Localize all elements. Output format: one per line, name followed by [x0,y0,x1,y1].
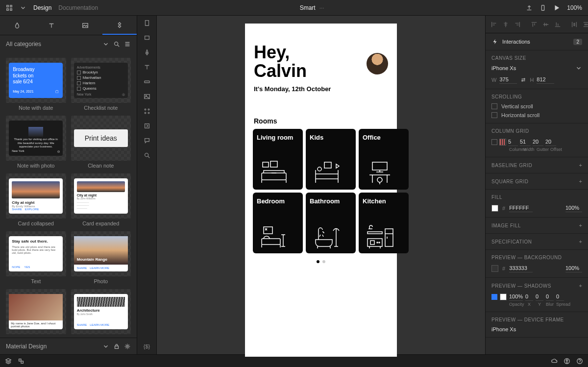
asset-note-with-date[interactable]: Broadwaytickets onsale 6/24May 24, 2021▢… [6,58,66,111]
grid-color-swatch[interactable] [499,139,506,146]
interactions-label[interactable]: Interactions [502,39,530,45]
asset-card-expanded[interactable]: City at nightBy John Williams───────────… [71,173,131,226]
play-icon[interactable] [553,4,560,11]
vertical-scroll-checkbox[interactable] [491,103,497,109]
device-preset[interactable]: iPhone Xs [491,65,516,71]
asset-card-collapsed[interactable]: City at nightBy Emily WilliamsSHAREEXPLO… [6,173,66,226]
document-title[interactable]: Smart [300,4,316,11]
image-tool-icon[interactable] [144,93,150,100]
horizontal-scroll-checkbox[interactable] [491,112,497,118]
chevron-down-icon[interactable] [102,343,109,350]
tab-documentation[interactable]: Documentation [58,4,98,11]
fill-swatch[interactable] [491,205,498,212]
room-kitchen[interactable]: Kitchen [359,193,409,253]
square-grid-heading[interactable]: SQUARE GRID [491,179,529,184]
shadow-spread-input[interactable]: 0 [556,293,564,301]
align-center-h-icon[interactable] [502,21,509,28]
chevron-down-icon[interactable] [20,4,26,11]
preview-bg-heading: PREVIEW — BACKGROUND [491,255,582,260]
category-selector[interactable]: All categories [6,41,98,48]
align-left-icon[interactable] [490,21,497,28]
room-bedroom[interactable]: Bedroom [253,193,303,253]
asset-architecture[interactable]: ArchitectureBy John SmithSHARELEARN MORE [71,289,131,334]
comment-tool-icon[interactable] [144,137,150,144]
fill-opacity-input[interactable]: 100% [565,204,582,212]
code-tool[interactable]: {$} [144,343,150,349]
export-icon[interactable] [526,4,533,11]
height-input[interactable]: 812 [537,75,554,84]
gear-icon[interactable] [124,343,131,350]
artboard[interactable]: Hey, Calvin It's Monday, 12th October Ro… [245,24,397,357]
tab-colors[interactable] [0,16,34,35]
align-center-v-icon[interactable] [542,21,549,28]
asset-checklist-note[interactable]: AdvertisementsBrooklynManhattanHarlemQue… [71,58,131,111]
bg-hex-input[interactable]: 333333 [509,264,533,272]
room-bathroom[interactable]: Bathroom [306,193,356,253]
room-kids[interactable]: Kids [306,129,356,190]
pen-tool-icon[interactable] [144,49,150,56]
accessibility-icon[interactable] [564,358,570,365]
asset-text[interactable]: Stay safe out there.There are old pilots… [6,231,66,284]
shadow-opacity-input[interactable]: 100% [509,293,523,301]
pages-icon[interactable] [18,358,24,365]
list-view-icon[interactable] [124,41,131,48]
grid-gutter-input[interactable]: 20 [533,138,543,146]
left-panel-tabs [0,16,137,35]
chevron-down-icon[interactable] [102,41,109,48]
distribute-v-icon[interactable] [583,21,588,28]
grid-offset-input[interactable]: 20 [545,138,556,146]
rectangle-tool-icon[interactable] [144,34,150,41]
shadow-color-swatch[interactable] [500,294,507,300]
tab-design[interactable]: Design [33,4,51,11]
distribute-h-icon[interactable] [571,21,578,28]
library-selector[interactable]: Material Design [6,343,98,350]
specification-heading[interactable]: SPECIFICATION [491,239,532,245]
asset-note-with-photo[interactable]: Thank you for visiting our office in thi… [6,116,66,169]
svg-rect-9 [145,21,148,26]
tab-images[interactable] [69,16,103,35]
grid-checkbox[interactable] [491,139,497,145]
baseline-grid-heading[interactable]: BASELINE GRID [491,163,532,168]
fill-hex-input[interactable]: FFFFFF [509,204,533,212]
width-input[interactable]: 375 [499,75,517,84]
device-frame-value[interactable]: iPhone Xs [491,326,582,332]
help-icon[interactable] [576,358,583,365]
button-tool-icon[interactable] [144,78,150,85]
svg-point-11 [147,52,147,53]
hotspot-tool-icon[interactable] [144,122,150,129]
image-fill-heading[interactable]: IMAGE FILL [491,223,521,228]
search-tool-icon[interactable] [144,152,150,159]
shadow-checkbox[interactable] [491,294,497,300]
grid-width-input[interactable]: 51 [520,138,531,146]
bg-swatch[interactable] [491,265,498,272]
tab-components[interactable] [102,16,137,35]
canvas[interactable]: Hey, Calvin It's Monday, 12th October Ro… [157,16,485,354]
cloud-icon[interactable] [551,358,558,365]
component-tool-icon[interactable] [144,108,150,115]
shadow-x-input[interactable]: 0 [525,293,533,301]
app-menu-icon[interactable] [6,4,13,11]
search-icon[interactable] [113,41,120,48]
text-tool-icon[interactable] [144,64,150,71]
lock-icon[interactable] [113,343,120,350]
room-office[interactable]: Office [359,129,409,190]
device-preview-icon[interactable] [539,4,546,11]
text-icon [48,22,55,29]
layers-icon[interactable] [5,358,12,365]
chevron-down-icon[interactable] [575,65,582,72]
frame-tool-icon[interactable] [144,20,150,26]
align-bottom-icon[interactable] [554,21,561,28]
asset-portrait[interactable]: My name is Jane Doe, and I shoot portrai… [6,289,66,334]
asset-clean-note[interactable]: Print ideas Clean note [71,116,131,169]
bg-opacity-input[interactable]: 100% [565,264,582,272]
zoom-level[interactable]: 100% [567,4,582,11]
shadow-y-input[interactable]: 0 [536,293,543,301]
swap-icon[interactable] [520,76,527,83]
shadow-blur-input[interactable]: 0 [546,293,554,301]
align-top-icon[interactable] [531,21,538,28]
align-right-icon[interactable] [514,21,521,28]
tab-text[interactable] [34,16,69,35]
grid-columns-input[interactable]: 5 [508,138,518,146]
room-living[interactable]: Living room [253,129,303,190]
asset-photo[interactable]: Mountain RangeSHARELEARN MORE Photo [71,231,131,284]
